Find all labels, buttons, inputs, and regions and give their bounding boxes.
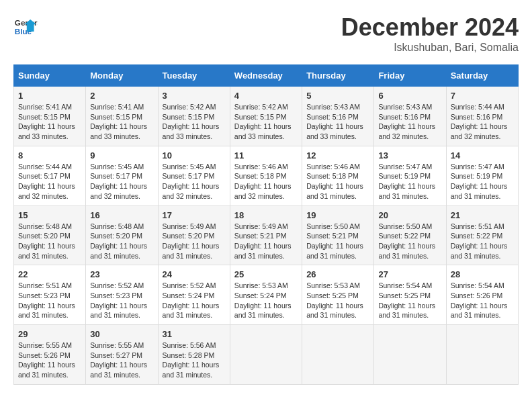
daylight-label: Daylight: 11 hours and 33 minutes. xyxy=(163,122,220,140)
calendar-cell: 2 Sunrise: 5:41 AM Sunset: 5:15 PM Dayli… xyxy=(86,87,158,146)
cell-content: Sunrise: 5:52 AM Sunset: 5:23 PM Dayligh… xyxy=(90,281,153,320)
daylight-label: Daylight: 11 hours and 32 minutes. xyxy=(18,182,75,200)
sunrise-label: Sunrise: 5:50 AM xyxy=(306,222,360,230)
cell-content: Sunrise: 5:49 AM Sunset: 5:20 PM Dayligh… xyxy=(163,222,226,261)
week-row-2: 8 Sunrise: 5:44 AM Sunset: 5:17 PM Dayli… xyxy=(14,146,519,205)
sunrise-label: Sunrise: 5:48 AM xyxy=(18,222,72,230)
sunrise-label: Sunrise: 5:42 AM xyxy=(163,103,216,111)
sunset-label: Sunset: 5:15 PM xyxy=(163,113,215,121)
header-cell-tuesday: Tuesday xyxy=(158,65,230,87)
sunset-label: Sunset: 5:21 PM xyxy=(234,232,287,240)
calendar-cell xyxy=(446,325,518,385)
calendar-cell: 14 Sunrise: 5:47 AM Sunset: 5:19 PM Dayl… xyxy=(446,146,518,205)
cell-content: Sunrise: 5:44 AM Sunset: 5:16 PM Dayligh… xyxy=(451,102,514,142)
sunset-label: Sunset: 5:15 PM xyxy=(234,113,287,121)
sunrise-label: Sunrise: 5:41 AM xyxy=(18,103,72,111)
sunrise-label: Sunrise: 5:50 AM xyxy=(378,222,432,230)
page-header: General Blue December 2024 Iskushuban, B… xyxy=(13,13,519,54)
day-number: 29 xyxy=(18,329,81,339)
daylight-label: Daylight: 11 hours and 32 minutes. xyxy=(234,182,292,200)
sunset-label: Sunset: 5:28 PM xyxy=(163,351,215,359)
day-number: 13 xyxy=(378,150,441,161)
day-number: 1 xyxy=(18,91,81,101)
daylight-label: Daylight: 11 hours and 32 minutes. xyxy=(378,122,435,140)
calendar-cell: 18 Sunrise: 5:49 AM Sunset: 5:21 PM Dayl… xyxy=(230,205,302,265)
sunset-label: Sunset: 5:16 PM xyxy=(451,113,503,121)
day-number: 6 xyxy=(378,91,441,101)
calendar-cell: 24 Sunrise: 5:52 AM Sunset: 5:24 PM Dayl… xyxy=(158,265,230,325)
cell-content: Sunrise: 5:52 AM Sunset: 5:24 PM Dayligh… xyxy=(163,281,226,320)
sunset-label: Sunset: 5:22 PM xyxy=(451,232,503,240)
sunset-label: Sunset: 5:16 PM xyxy=(306,113,359,121)
header-cell-saturday: Saturday xyxy=(446,65,518,87)
daylight-label: Daylight: 11 hours and 31 minutes. xyxy=(378,242,435,260)
daylight-label: Daylight: 11 hours and 33 minutes. xyxy=(306,122,363,140)
cell-content: Sunrise: 5:47 AM Sunset: 5:19 PM Dayligh… xyxy=(451,162,514,201)
sunrise-label: Sunrise: 5:52 AM xyxy=(90,281,144,289)
sunset-label: Sunset: 5:26 PM xyxy=(451,291,503,300)
calendar-cell: 19 Sunrise: 5:50 AM Sunset: 5:21 PM Dayl… xyxy=(302,205,374,265)
sunset-label: Sunset: 5:19 PM xyxy=(451,172,503,180)
day-number: 19 xyxy=(306,210,369,220)
week-row-1: 1 Sunrise: 5:41 AM Sunset: 5:15 PM Dayli… xyxy=(14,87,519,146)
calendar-cell: 16 Sunrise: 5:48 AM Sunset: 5:20 PM Dayl… xyxy=(86,205,158,265)
day-number: 5 xyxy=(306,91,369,101)
daylight-label: Daylight: 11 hours and 31 minutes. xyxy=(163,242,220,260)
day-number: 9 xyxy=(90,150,153,161)
sunset-label: Sunset: 5:20 PM xyxy=(163,232,215,240)
day-number: 23 xyxy=(90,269,153,279)
day-number: 20 xyxy=(378,210,441,220)
calendar-cell: 22 Sunrise: 5:51 AM Sunset: 5:23 PM Dayl… xyxy=(14,265,86,325)
calendar-cell: 21 Sunrise: 5:51 AM Sunset: 5:22 PM Dayl… xyxy=(446,205,518,265)
cell-content: Sunrise: 5:50 AM Sunset: 5:22 PM Dayligh… xyxy=(378,222,441,261)
sunset-label: Sunset: 5:25 PM xyxy=(378,291,431,300)
daylight-label: Daylight: 11 hours and 31 minutes. xyxy=(90,361,147,379)
calendar-cell: 8 Sunrise: 5:44 AM Sunset: 5:17 PM Dayli… xyxy=(14,146,86,205)
day-number: 11 xyxy=(234,150,298,161)
daylight-label: Daylight: 11 hours and 31 minutes. xyxy=(234,302,292,320)
sunrise-label: Sunrise: 5:49 AM xyxy=(163,222,216,230)
header-cell-friday: Friday xyxy=(374,65,446,87)
sunrise-label: Sunrise: 5:54 AM xyxy=(451,281,504,289)
sunset-label: Sunset: 5:20 PM xyxy=(90,232,142,240)
sunrise-label: Sunrise: 5:42 AM xyxy=(234,103,288,111)
week-row-5: 29 Sunrise: 5:55 AM Sunset: 5:26 PM Dayl… xyxy=(14,325,519,385)
sunset-label: Sunset: 5:18 PM xyxy=(234,172,287,180)
sunset-label: Sunset: 5:23 PM xyxy=(90,291,142,300)
sunrise-label: Sunrise: 5:49 AM xyxy=(234,222,288,230)
month-title: December 2024 xyxy=(341,13,519,42)
sunset-label: Sunset: 5:25 PM xyxy=(306,291,359,300)
sunset-label: Sunset: 5:15 PM xyxy=(18,113,71,121)
sunrise-label: Sunrise: 5:47 AM xyxy=(451,163,504,171)
day-number: 15 xyxy=(18,210,81,220)
daylight-label: Daylight: 11 hours and 31 minutes. xyxy=(18,242,75,260)
calendar-cell: 29 Sunrise: 5:55 AM Sunset: 5:26 PM Dayl… xyxy=(14,325,86,385)
sunrise-label: Sunrise: 5:51 AM xyxy=(451,222,504,230)
daylight-label: Daylight: 11 hours and 31 minutes. xyxy=(234,242,292,260)
cell-content: Sunrise: 5:46 AM Sunset: 5:18 PM Dayligh… xyxy=(306,162,369,201)
sunset-label: Sunset: 5:23 PM xyxy=(18,291,71,300)
day-number: 18 xyxy=(234,210,298,220)
daylight-label: Daylight: 11 hours and 33 minutes. xyxy=(234,122,292,140)
cell-content: Sunrise: 5:43 AM Sunset: 5:16 PM Dayligh… xyxy=(306,102,369,142)
day-number: 25 xyxy=(234,269,298,279)
calendar-cell: 30 Sunrise: 5:55 AM Sunset: 5:27 PM Dayl… xyxy=(86,325,158,385)
day-number: 12 xyxy=(306,150,369,161)
sunset-label: Sunset: 5:18 PM xyxy=(306,172,359,180)
sunset-label: Sunset: 5:17 PM xyxy=(163,172,215,180)
cell-content: Sunrise: 5:53 AM Sunset: 5:25 PM Dayligh… xyxy=(306,281,369,320)
sunrise-label: Sunrise: 5:44 AM xyxy=(18,163,72,171)
calendar-cell: 17 Sunrise: 5:49 AM Sunset: 5:20 PM Dayl… xyxy=(158,205,230,265)
sunset-label: Sunset: 5:20 PM xyxy=(18,232,71,240)
cell-content: Sunrise: 5:55 AM Sunset: 5:27 PM Dayligh… xyxy=(90,340,153,380)
sunset-label: Sunset: 5:26 PM xyxy=(18,351,71,359)
calendar-cell: 23 Sunrise: 5:52 AM Sunset: 5:23 PM Dayl… xyxy=(86,265,158,325)
sunrise-label: Sunrise: 5:56 AM xyxy=(163,341,216,349)
calendar-cell xyxy=(374,325,446,385)
sunset-label: Sunset: 5:15 PM xyxy=(90,113,142,121)
sunset-label: Sunset: 5:27 PM xyxy=(90,351,142,359)
location: Iskushuban, Bari, Somalia xyxy=(341,42,519,54)
sunrise-label: Sunrise: 5:43 AM xyxy=(378,103,432,111)
sunset-label: Sunset: 5:24 PM xyxy=(163,291,215,300)
day-number: 24 xyxy=(163,269,226,279)
